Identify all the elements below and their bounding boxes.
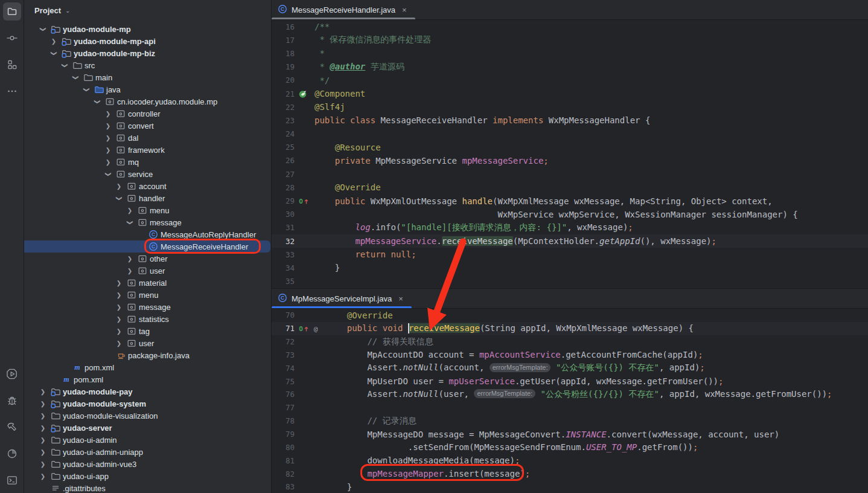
tree-item-package-info.java[interactable]: package-info.java	[24, 349, 272, 361]
chevron-closed-icon[interactable]: ❯	[104, 135, 112, 141]
chevron-closed-icon[interactable]: ❯	[115, 292, 123, 298]
chevron-open-icon[interactable]: ❯	[105, 170, 112, 178]
chevron-closed-icon[interactable]: ❯	[126, 256, 134, 262]
more-tools-icon[interactable]	[3, 82, 21, 100]
debug-tool-icon[interactable]	[3, 392, 21, 410]
chevron-closed-icon[interactable]: ❯	[49, 38, 58, 45]
tab-MessageReceiveHandler.java[interactable]: CMessageReceiveHandler.java×	[272, 0, 415, 19]
commit-tool-icon[interactable]	[3, 29, 21, 47]
tree-item-other[interactable]: ❯other	[24, 253, 272, 265]
tree-item-label: account	[139, 182, 167, 191]
project-tool-icon[interactable]	[3, 2, 21, 21]
chevron-closed-icon[interactable]: ❯	[39, 437, 47, 443]
tree-item-label: menu	[150, 206, 170, 215]
chevron-closed-icon[interactable]: ❯	[104, 159, 112, 166]
tree-item-user[interactable]: ❯user	[24, 337, 272, 349]
tree-item-java[interactable]: ❯java	[24, 83, 272, 95]
tree-item-.gitattributes[interactable]: .gitattributes	[24, 482, 272, 493]
tree-item-statistics[interactable]: ❯statistics	[24, 313, 272, 325]
chevron-open-icon[interactable]: ❯	[127, 218, 133, 227]
chevron-closed-icon[interactable]: ❯	[39, 401, 47, 407]
tree-item-account[interactable]: ❯account	[24, 180, 272, 192]
code-text: @Component	[314, 89, 365, 98]
tree-item-yudao-ui-admin-uniapp[interactable]: ❯yudao-ui-admin-uniapp	[24, 446, 272, 458]
tree-item-yudao-module-pay[interactable]: ❯yudao-module-pay	[24, 385, 272, 398]
tree-item-controller[interactable]: ❯controller	[24, 108, 272, 120]
tree-item-MessageReceiveHandler[interactable]: CMessageReceiveHandler	[24, 240, 270, 253]
build-tool-icon[interactable]	[3, 418, 21, 436]
tree-item-yudao-ui-app[interactable]: ❯yudao-ui-app	[24, 470, 272, 482]
close-icon[interactable]: ×	[402, 5, 407, 14]
chevron-closed-icon[interactable]: ❯	[39, 449, 47, 456]
chevron-open-icon[interactable]: ❯	[116, 194, 123, 202]
chevron-closed-icon[interactable]: ❯	[39, 425, 47, 431]
project-tree: ❯yudao-module-mp❯yudao-module-mp-api❯yud…	[24, 23, 272, 493]
terminal-tool-icon[interactable]	[3, 471, 21, 489]
tree-item-message[interactable]: ❯message	[24, 216, 272, 228]
tree-item-material[interactable]: ❯material	[24, 277, 272, 289]
project-header[interactable]: Project ⌄	[24, 0, 271, 21]
tree-item-cn.iocoder.yudao.module.mp[interactable]: ❯cn.iocoder.yudao.module.mp	[24, 95, 272, 108]
tree-item-yudao-ui-admin-vue3[interactable]: ❯yudao-ui-admin-vue3	[24, 458, 272, 470]
code-text: // 获得关联信息	[327, 337, 433, 347]
chevron-open-icon[interactable]: ❯	[83, 85, 90, 94]
tree-item-yudao-module-mp[interactable]: ❯yudao-module-mp	[24, 23, 272, 35]
chevron-closed-icon[interactable]: ❯	[126, 268, 134, 274]
tree-item-src[interactable]: ❯src	[24, 59, 272, 71]
spring-gutter-icon[interactable]	[298, 89, 307, 98]
chevron-closed-icon[interactable]: ❯	[115, 183, 123, 190]
tree-item-yudao-module-mp-api[interactable]: ❯yudao-module-mp-api	[24, 35, 272, 47]
close-icon[interactable]: ×	[398, 294, 403, 303]
chevron-closed-icon[interactable]: ❯	[39, 461, 47, 468]
chevron-closed-icon[interactable]: ❯	[104, 111, 112, 117]
chevron-closed-icon[interactable]: ❯	[126, 207, 134, 214]
tree-item-yudao-ui-admin[interactable]: ❯yudao-ui-admin	[24, 434, 272, 446]
tree-item-MessageAutoReplyHandler[interactable]: CMessageAutoReplyHandler	[24, 228, 272, 240]
chevron-closed-icon[interactable]: ❯	[39, 413, 47, 419]
tab-MpMessageServiceImpl.java[interactable]: CMpMessageServiceImpl.java×	[272, 289, 412, 308]
tree-item-yudao-module-system[interactable]: ❯yudao-module-system	[24, 398, 272, 410]
tree-item-yudao-server[interactable]: ❯yudao-server	[24, 422, 272, 434]
chevron-closed-icon[interactable]: ❯	[115, 340, 123, 347]
tree-item-pom.xml[interactable]: mpom.xml	[24, 373, 272, 385]
chevron-closed-icon[interactable]: ❯	[115, 304, 123, 311]
tree-item-pom.xml[interactable]: mpom.xml	[24, 361, 272, 373]
chevron-closed-icon[interactable]: ❯	[115, 328, 123, 335]
override-gutter-icon[interactable]: O	[298, 197, 310, 205]
tree-item-user[interactable]: ❯user	[24, 265, 272, 277]
profiler-tool-icon[interactable]	[3, 445, 21, 463]
run-tool-icon[interactable]	[3, 365, 21, 383]
chevron-closed-icon[interactable]: ❯	[104, 147, 112, 153]
tree-item-dal[interactable]: ❯dal	[24, 132, 272, 144]
chevron-closed-icon[interactable]: ❯	[115, 280, 123, 286]
tree-item-handler[interactable]: ❯handler	[24, 192, 272, 204]
tree-item-main[interactable]: ❯main	[24, 71, 272, 83]
chevron-closed-icon[interactable]: ❯	[39, 388, 47, 395]
chevron-open-icon[interactable]: ❯	[40, 25, 46, 33]
chevron-closed-icon[interactable]: ❯	[39, 473, 47, 480]
chevron-closed-icon[interactable]: ❯	[104, 123, 112, 129]
editor-bottom-code[interactable]: 70 @Override71O@ public void receiveMess…	[272, 309, 868, 493]
tree-item-menu[interactable]: ❯menu	[24, 289, 272, 301]
at-gutter-icon[interactable]: @	[311, 324, 320, 333]
chevron-open-icon[interactable]: ❯	[62, 61, 68, 69]
tree-item-framework[interactable]: ❯framework	[24, 144, 272, 156]
tree-item-label: yudao-ui-admin-vue3	[63, 460, 136, 469]
tree-item-convert[interactable]: ❯convert	[24, 120, 272, 132]
tree-item-message[interactable]: ❯message	[24, 301, 272, 313]
tree-item-yudao-module-visualization[interactable]: ❯yudao-module-visualization	[24, 410, 272, 422]
tree-item-menu[interactable]: ❯menu	[24, 204, 272, 216]
chevron-closed-icon[interactable]: ❯	[115, 316, 123, 323]
tree-item-tag[interactable]: ❯tag	[24, 325, 272, 337]
chevron-open-icon[interactable]: ❯	[72, 73, 79, 82]
chevron-open-icon[interactable]: ❯	[94, 97, 101, 106]
tree-item-yudao-module-mp-biz[interactable]: ❯yudao-module-mp-biz	[24, 47, 272, 59]
override-gutter-icon[interactable]: O	[298, 324, 310, 333]
structure-tool-icon[interactable]	[3, 56, 21, 74]
editor-top-code[interactable]: 16/**17 * 保存微信消息的事件处理器18 *19 * @author 芋…	[272, 20, 868, 288]
line-number: 18	[272, 49, 298, 58]
tree-item-service[interactable]: ❯service	[24, 168, 272, 180]
package-icon	[127, 278, 136, 288]
chevron-open-icon[interactable]: ❯	[51, 49, 57, 57]
tree-item-mq[interactable]: ❯mq	[24, 156, 272, 168]
